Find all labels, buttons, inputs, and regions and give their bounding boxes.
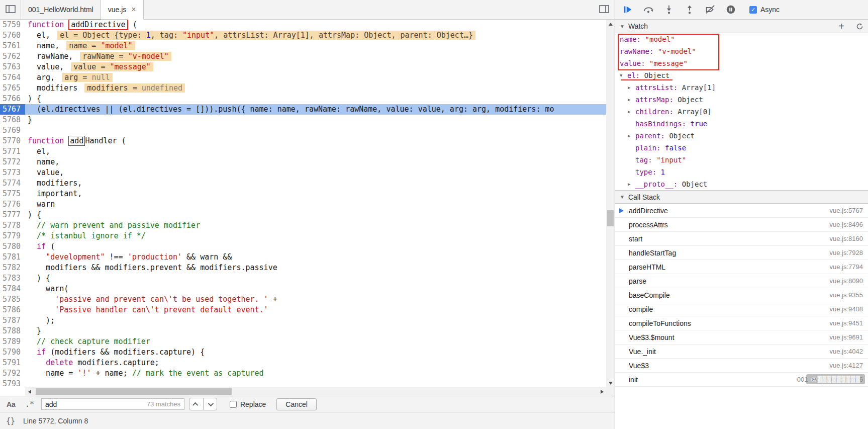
frame-location[interactable]: vue.js:7794 xyxy=(830,263,863,271)
expand-triangle-icon[interactable]: ▶ xyxy=(628,97,635,102)
watch-item[interactable]: ▶__proto__: Object xyxy=(615,178,868,190)
line-number[interactable]: 5771 xyxy=(0,146,25,157)
watch-item[interactable]: ▶parent: Object xyxy=(615,130,868,142)
line-number[interactable]: 5766 xyxy=(0,94,25,104)
quick-source-toggle-button[interactable] xyxy=(594,0,615,20)
expand-triangle-icon[interactable]: ▶ xyxy=(628,109,635,114)
code-text[interactable]: // check capture modifier xyxy=(25,336,606,347)
horizontal-scrollbar[interactable] xyxy=(25,387,606,396)
code-text[interactable]: modifiers && modifiers.prevent && modifi… xyxy=(25,263,606,273)
watch-item[interactable]: hasBindings: true xyxy=(615,118,868,130)
code-text[interactable] xyxy=(25,125,606,136)
code-text[interactable]: modifiers, xyxy=(25,178,606,189)
line-number[interactable]: 5764 xyxy=(0,72,25,83)
line-number[interactable]: 5788 xyxy=(0,326,25,336)
code-text[interactable]: function addDirective ( xyxy=(25,20,606,30)
line-number[interactable]: 5759 xyxy=(0,20,25,30)
line-number[interactable]: 5781 xyxy=(0,252,25,263)
line-number[interactable]: 5770 xyxy=(0,136,25,146)
next-match-button[interactable] xyxy=(203,398,217,410)
async-checkbox[interactable]: ✓ xyxy=(749,6,757,14)
code-text[interactable]: function addHandler ( xyxy=(25,136,606,146)
line-number[interactable]: 5793 xyxy=(0,379,25,387)
line-number[interactable]: 5778 xyxy=(0,220,25,231)
line-number[interactable]: 5768 xyxy=(0,115,25,125)
line-number[interactable]: 5763 xyxy=(0,62,25,72)
code-text[interactable]: name,name = "model" xyxy=(25,41,606,51)
line-number[interactable]: 5767 xyxy=(0,104,25,115)
code-editor[interactable]: 5759function addDirective (5760 el,el = … xyxy=(0,20,615,387)
refresh-watch-icon[interactable] xyxy=(856,23,863,30)
frame-location[interactable]: vue.js:8160 xyxy=(830,235,863,242)
code-text[interactable]: value,value = "message" xyxy=(25,62,606,72)
code-text[interactable]: warn xyxy=(25,199,606,210)
tab-vuejs[interactable]: vue.js × xyxy=(101,0,144,20)
code-text[interactable]: delete modifiers.capture; xyxy=(25,358,606,368)
callstack-frame[interactable]: Vue$3.$mountvue.js:9691 xyxy=(615,330,868,345)
line-number[interactable]: 5774 xyxy=(0,178,25,189)
line-number[interactable]: 5787 xyxy=(0,315,25,326)
frame-location[interactable]: vue.js:9355 xyxy=(830,291,863,299)
tab-001-helloworld[interactable]: 001_HelloWorld.html xyxy=(21,0,101,20)
code-text[interactable]: 'Passive handler can\'t prevent default … xyxy=(25,305,606,315)
expand-triangle-icon[interactable]: ▼ xyxy=(620,73,627,78)
deactivate-breakpoints-button[interactable] xyxy=(704,4,716,16)
watch-item[interactable]: ▶attrsList: Array[1] xyxy=(615,81,868,94)
code-text[interactable]: "development" !== 'production' && warn &… xyxy=(25,252,606,263)
line-number[interactable]: 5780 xyxy=(0,241,25,252)
add-watch-expression-icon[interactable]: + xyxy=(838,21,844,31)
code-text[interactable]: el, xyxy=(25,146,606,157)
regex-button[interactable]: .* xyxy=(23,399,37,410)
line-number[interactable]: 5779 xyxy=(0,231,25,241)
watch-item[interactable]: plain: false xyxy=(615,142,868,154)
previous-match-button[interactable] xyxy=(189,398,203,410)
watch-section-header[interactable]: ▼ Watch + xyxy=(615,20,868,33)
code-text[interactable]: ) { xyxy=(25,210,606,220)
expand-triangle-icon[interactable]: ▶ xyxy=(628,85,635,90)
line-number[interactable]: 5790 xyxy=(0,347,25,358)
resume-button[interactable] xyxy=(622,4,634,16)
code-text[interactable]: name, xyxy=(25,157,606,167)
callstack-frame[interactable]: compileToFunctionsvue.js:9451 xyxy=(615,316,868,330)
scroll-right-button[interactable] xyxy=(598,387,606,396)
code-text[interactable]: warn( xyxy=(25,284,606,294)
line-number[interactable]: 5762 xyxy=(0,51,25,62)
code-text[interactable]: rawName,rawName = "v-model" xyxy=(25,51,606,62)
code-text[interactable]: } xyxy=(25,115,606,125)
frame-location[interactable]: vue.js:4127 xyxy=(830,362,863,369)
code-text[interactable]: arg,arg = null xyxy=(25,72,606,83)
callstack-frame[interactable]: compilevue.js:9408 xyxy=(615,302,868,316)
callstack-section-header[interactable]: ▼ Call Stack xyxy=(615,190,868,204)
line-number[interactable]: 5776 xyxy=(0,199,25,210)
line-number[interactable]: 5772 xyxy=(0,157,25,167)
code-text[interactable]: if ( xyxy=(25,241,606,252)
code-area[interactable]: 5759function addDirective (5760 el,el = … xyxy=(0,20,606,387)
horizontal-scroll-thumb[interactable] xyxy=(36,388,232,395)
line-number[interactable]: 5760 xyxy=(0,30,25,41)
line-number[interactable]: 5775 xyxy=(0,189,25,199)
code-text[interactable]: ) { xyxy=(25,273,606,284)
close-tab-icon[interactable]: × xyxy=(131,6,136,14)
callstack-frame[interactable]: handleStartTagvue.js:7928 xyxy=(615,246,868,260)
code-text[interactable]: } xyxy=(25,326,606,336)
show-navigator-button[interactable] xyxy=(0,0,21,20)
vertical-scroll-thumb[interactable] xyxy=(607,210,614,226)
code-text[interactable]: 'passive and prevent can\'t be used toge… xyxy=(25,294,606,305)
frame-location[interactable]: vue.js:9691 xyxy=(830,333,863,341)
line-number[interactable]: 5773 xyxy=(0,167,25,178)
frame-location[interactable]: vue.js:8090 xyxy=(830,277,863,285)
code-text[interactable]: name = '!' + name; // mark the event as … xyxy=(25,368,606,379)
line-number[interactable]: 5777 xyxy=(0,210,25,220)
pause-on-exceptions-button[interactable] xyxy=(725,4,737,16)
code-text[interactable]: el,el = Object {type: 1, tag: "input", a… xyxy=(25,30,606,41)
line-number[interactable]: 5769 xyxy=(0,125,25,136)
search-field[interactable]: 73 matches xyxy=(41,398,184,410)
callstack-frame[interactable]: addDirectivevue.js:5767 xyxy=(615,204,868,218)
code-text[interactable]: (el.directives || (el.directives = [])).… xyxy=(25,104,606,115)
step-into-button[interactable] xyxy=(663,4,675,16)
code-text[interactable]: if (modifiers && modifiers.capture) { xyxy=(25,347,606,358)
callstack-frame[interactable]: Vue._initvue.js:4042 xyxy=(615,345,868,359)
code-text[interactable]: /* istanbul ignore if */ xyxy=(25,231,606,241)
code-text[interactable] xyxy=(25,379,606,387)
line-number[interactable]: 5765 xyxy=(0,83,25,94)
